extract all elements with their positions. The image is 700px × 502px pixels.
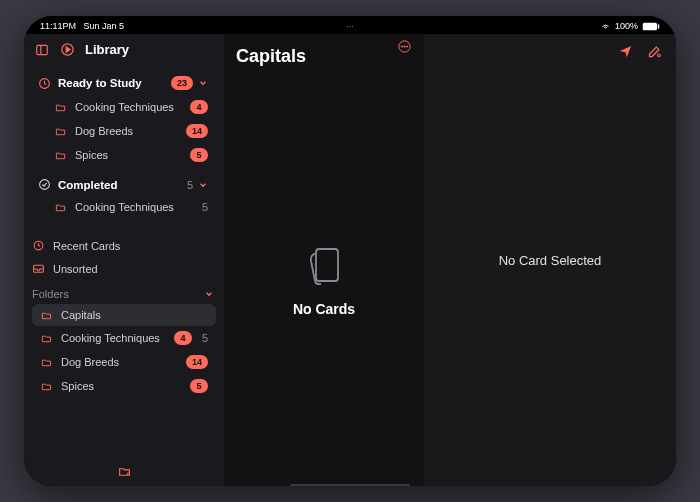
list-title: Capitals xyxy=(236,46,306,67)
unsorted[interactable]: Unsorted xyxy=(24,257,224,280)
item-label: Cooking Techniques xyxy=(75,201,174,213)
battery-pct: 100% xyxy=(615,21,638,31)
sidebar-title: Library xyxy=(85,42,129,57)
status-right: 100% xyxy=(600,21,660,31)
chevron-down-icon xyxy=(204,289,214,299)
item-label: Capitals xyxy=(61,309,101,321)
completed-header[interactable]: Completed 5 xyxy=(32,173,216,196)
device-frame: 11:11PM Sun Jan 5 ··· 100% Library xyxy=(24,16,676,486)
svg-point-12 xyxy=(401,46,402,47)
list-empty-label: No Cards xyxy=(293,301,355,317)
ready-label: Ready to Study xyxy=(58,77,142,89)
folder-item[interactable]: Spices 5 xyxy=(32,374,216,398)
list-header: Capitals xyxy=(224,34,424,71)
completed-count: 5 xyxy=(183,179,193,191)
item-label: Spices xyxy=(75,149,108,161)
ready-header[interactable]: Ready to Study 23 xyxy=(32,71,216,95)
ready-item[interactable]: Cooking Techniques 4 xyxy=(32,95,216,119)
status-left: 11:11PM Sun Jan 5 xyxy=(40,21,124,31)
sidebar-bottom xyxy=(24,457,224,486)
list-empty-state: No Cards xyxy=(224,71,424,486)
ready-badge: 23 xyxy=(171,76,193,90)
sidebar-top: Library xyxy=(24,34,224,65)
new-folder-icon[interactable] xyxy=(34,465,214,478)
folders-header[interactable]: Folders xyxy=(24,280,224,304)
item-label: Cooking Techniques xyxy=(61,332,160,344)
check-circle-icon xyxy=(38,178,51,191)
recent-label: Recent Cards xyxy=(53,240,120,252)
sidebar: Library Ready to Study 23 Cooking Techni… xyxy=(24,34,224,486)
folder-icon xyxy=(54,150,67,161)
folder-icon xyxy=(54,202,67,213)
folder-icon xyxy=(40,310,53,321)
folder-item[interactable]: Capitals xyxy=(32,304,216,326)
unsorted-label: Unsorted xyxy=(53,263,98,275)
ready-item[interactable]: Dog Breeds 14 xyxy=(32,119,216,143)
more-icon[interactable] xyxy=(397,39,412,54)
item-count: 5 xyxy=(198,201,208,213)
cards-icon xyxy=(302,241,346,289)
compose-icon[interactable] xyxy=(647,44,662,59)
home-indicator xyxy=(290,484,410,486)
sidebar-toggle-icon[interactable] xyxy=(34,43,50,57)
folder-icon xyxy=(54,102,67,113)
status-time: 11:11PM xyxy=(40,21,76,31)
item-count: 5 xyxy=(198,332,208,344)
svg-rect-1 xyxy=(643,22,657,30)
status-ellipsis: ··· xyxy=(346,21,354,31)
svg-point-13 xyxy=(404,46,405,47)
chevron-down-icon xyxy=(198,180,208,190)
folder-icon xyxy=(40,357,53,368)
recent-cards[interactable]: Recent Cards xyxy=(24,234,224,257)
list-pane: Capitals No Cards xyxy=(224,34,424,486)
svg-rect-15 xyxy=(316,249,338,281)
clock-icon xyxy=(38,77,51,90)
item-label: Cooking Techniques xyxy=(75,101,174,113)
detail-pane: No Card Selected xyxy=(424,34,676,486)
detail-actions xyxy=(618,44,662,59)
battery-icon xyxy=(642,22,660,31)
item-badge: 14 xyxy=(186,124,208,138)
svg-rect-3 xyxy=(37,45,48,54)
ready-item[interactable]: Spices 5 xyxy=(32,143,216,167)
detail-empty-label: No Card Selected xyxy=(499,253,602,268)
svg-point-7 xyxy=(40,180,50,190)
item-label: Spices xyxy=(61,380,94,392)
item-label: Dog Breeds xyxy=(61,356,119,368)
item-badge: 5 xyxy=(190,379,208,393)
status-date: Sun Jan 5 xyxy=(84,21,125,31)
item-badge: 4 xyxy=(190,100,208,114)
ready-section: Ready to Study 23 Cooking Techniques 4Do… xyxy=(24,65,224,173)
folders-label: Folders xyxy=(32,288,69,300)
wifi-icon xyxy=(600,22,611,31)
folder-icon xyxy=(40,381,53,392)
svg-point-14 xyxy=(406,46,407,47)
app: Library Ready to Study 23 Cooking Techni… xyxy=(24,34,676,486)
folder-item[interactable]: Cooking Techniques 45 xyxy=(32,326,216,350)
chevron-down-icon xyxy=(198,78,208,88)
inbox-icon xyxy=(32,262,45,275)
status-bar: 11:11PM Sun Jan 5 ··· 100% xyxy=(24,16,676,34)
item-badge: 14 xyxy=(186,355,208,369)
completed-label: Completed xyxy=(58,179,117,191)
item-label: Dog Breeds xyxy=(75,125,133,137)
folder-icon xyxy=(54,126,67,137)
item-badge: 5 xyxy=(190,148,208,162)
folder-item[interactable]: Dog Breeds 14 xyxy=(32,350,216,374)
folder-icon xyxy=(40,333,53,344)
svg-rect-2 xyxy=(658,24,660,29)
svg-point-0 xyxy=(605,28,606,29)
play-icon[interactable] xyxy=(60,42,75,57)
item-badge: 4 xyxy=(174,331,192,345)
send-icon[interactable] xyxy=(618,44,633,59)
completed-item[interactable]: Cooking Techniques 5 xyxy=(32,196,216,218)
completed-section: Completed 5 Cooking Techniques 5 xyxy=(24,173,224,224)
history-icon xyxy=(32,239,45,252)
